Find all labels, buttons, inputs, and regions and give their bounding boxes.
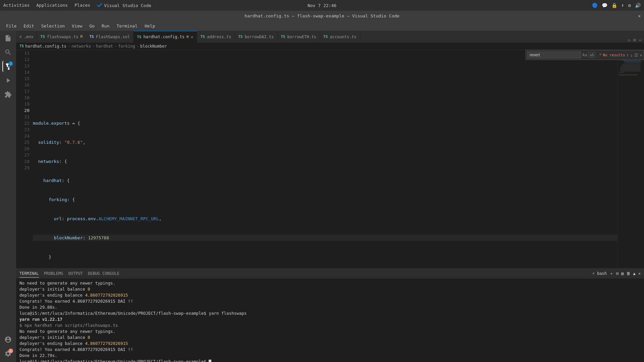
account-icon[interactable] [2,334,14,345]
minimap [617,50,644,268]
sys-icon-3: 🔒 [611,3,617,8]
term-line-4: Congrats! You earned 4.860772792026915 D… [19,298,641,304]
tab-borroweth[interactable]: TS borrowETH.ts [277,31,320,43]
menu-view[interactable]: View [69,23,85,29]
title-bar: hardhat.config.ts – flash-swap-example –… [0,11,644,21]
term-line-1: No need to generate any newer typings. [19,280,641,286]
terminal-tabs: TERMINAL PROBLEMS OUTPUT DEBUG CONSOLE ⚡… [16,268,644,279]
tab-flashswaps[interactable]: TS flashswaps.ts M [37,31,86,43]
breadcrumb-blocknumber[interactable]: blockNumber [140,44,167,49]
find-next-icon[interactable]: ↓ [630,53,633,58]
run-debug-icon[interactable] [2,75,14,86]
code-editor[interactable]: 11 12 13 14 15 16 17 18 19 20 21 22 23 2… [16,50,644,268]
tab-borrowdai[interactable]: TS borrowDAI.ts [235,31,277,43]
activity-bar-bottom: 1 [2,334,14,362]
breadcrumb-sep4: › [137,44,139,49]
sol-icon: TS [90,35,94,39]
menu-file[interactable]: File [3,23,19,29]
line-num-13: 13 [16,63,30,69]
menu-go[interactable]: Go [87,23,97,29]
breadcrumb-file[interactable]: hardhat.config.ts [25,44,66,49]
terminal-cursor [209,360,211,362]
menu-run[interactable]: Run [99,23,112,29]
line-num-21: 21 [16,114,30,120]
terminal-tab-terminal[interactable]: TERMINAL [19,270,39,278]
menu-selection[interactable]: Selection [39,23,67,29]
tab-address[interactable]: TS address.ts [197,31,235,43]
terminal-maximize-icon[interactable]: ▲ [633,271,636,276]
line-num-16: 16 [16,82,30,88]
breadcrumb-sep2: › [92,44,95,49]
terminal-tab-debug[interactable]: DEBUG CONSOLE [88,270,119,277]
settings-badge: 1 [8,349,13,353]
tab-hardhat-config[interactable]: TS hardhat.config.ts M ✕ [133,31,197,43]
tab-env[interactable]: ⚙ .env [16,31,37,43]
find-prev-icon[interactable]: ↑ [627,53,629,58]
terminal-tab-output[interactable]: OUTPUT [68,270,83,277]
term-line-2: deployer's initial balance 0 [19,286,641,292]
code-line-20: blockNumber: 12975788 [33,235,617,241]
activities-label[interactable]: Activities [3,3,30,8]
find-close-icon[interactable]: ✕ [640,53,642,58]
line-num-12: 12 [16,56,30,63]
ts-icon-accounts: TS [323,35,328,39]
tab-flashswaps-sol[interactable]: TS FlashSwaps.sol [86,31,133,43]
terminal-add-icon[interactable]: ＋ [609,271,613,277]
terminal-layout-icon[interactable]: ▤ [621,271,624,276]
terminal-tab-problems[interactable]: PROBLEMS [44,270,63,277]
term-line-10: deployer's initial balance 0 [19,335,641,341]
line-num-25: 25 [16,139,30,145]
find-match-case[interactable]: Aa [582,53,587,57]
source-control-icon[interactable]: 3 [2,61,14,72]
tabs-bar: ⚙ .env TS flashswaps.ts M TS FlashSwaps.… [16,31,644,43]
extensions-icon[interactable] [2,89,14,100]
find-no-results: No results [603,53,625,57]
breadcrumb-forking[interactable]: forking [118,44,135,49]
code-line-18: forking: { [33,196,617,203]
find-regex[interactable]: .* [597,53,601,57]
places-label[interactable]: Places [74,3,90,8]
term-line-8: $ npx hardhat run scripts/flashswaps.ts [19,322,641,328]
terminal-content[interactable]: No need to generate any newer typings. d… [16,279,644,362]
menu-help[interactable]: Help [142,23,158,29]
breadcrumb-ts-icon: TS [19,44,24,48]
menu-bar: File Edit Selection View Go Run Terminal… [0,21,644,31]
window-close-button[interactable]: ✕ [638,13,641,18]
find-whole-word[interactable]: ab [588,52,595,58]
code-line-14: module.exports = { [33,120,617,126]
menu-terminal[interactable]: Terminal [114,23,141,29]
settings-icon[interactable]: 1 [2,348,14,359]
find-options-icon[interactable]: ☰ [634,53,638,58]
more-actions-icon[interactable]: ⋯ [639,38,641,43]
line-num-27: 27 [16,152,30,158]
search-icon[interactable] [2,47,14,58]
modified-dot-hardhat: M [186,35,189,39]
code-line-12 [33,82,617,88]
split-editor-icon[interactable]: ⊟ [633,38,636,43]
code-content[interactable]: module.exports = { solidity: "0.7.6", ne… [33,50,617,268]
find-input[interactable] [527,52,581,58]
source-control-badge: 3 [8,61,13,66]
editor-actions: ▷ ⊟ ⋯ [626,38,644,43]
run-icon[interactable]: ▷ [628,38,631,43]
terminal-close-icon[interactable]: ✕ [638,271,641,276]
code-line-21: } [33,254,617,260]
activity-bar: 3 1 [0,31,16,362]
explorer-icon[interactable] [2,33,14,44]
breadcrumb-hardhat[interactable]: hardhat [96,44,113,49]
term-line-9: No need to generate any newer typings. [19,328,641,335]
menu-edit[interactable]: Edit [21,23,37,29]
terminal-split-icon[interactable]: ⊟ [616,271,619,276]
code-line-17: hardhat: { [33,177,617,184]
line-num-14: 14 [16,69,30,75]
applications-label[interactable]: Applications [36,3,68,8]
line-num-18: 18 [16,95,30,101]
breadcrumb-networks[interactable]: networks [71,44,91,49]
term-line-13: Done in 22.79s. [19,353,641,359]
terminal-trash-icon[interactable]: 🗑 [627,271,631,276]
term-line-14: luca@i5:/mnt/luca/Informatica/Ethereum/U… [19,359,641,362]
breadcrumb-sep1: › [68,44,70,49]
code-area: Aa ab .* No results ↑ ↓ ☰ ✕ 11 12 13 14 … [16,50,644,268]
tab-accounts[interactable]: TS accounts.ts [320,31,360,43]
tab-close-hardhat[interactable]: ✕ [191,34,193,40]
